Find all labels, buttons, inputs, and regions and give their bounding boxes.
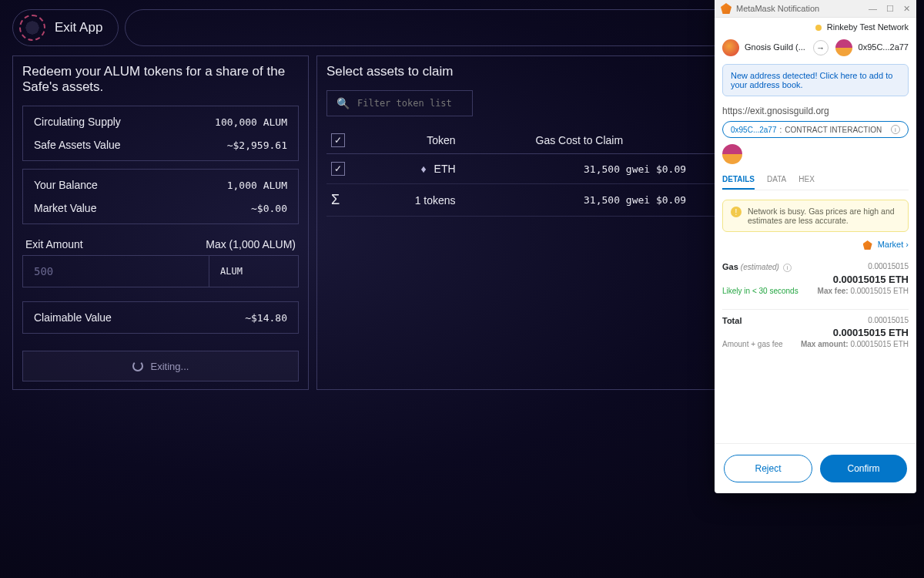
warning-icon: ! — [731, 207, 742, 217]
reject-button[interactable]: Reject — [724, 455, 812, 482]
balance-box: Your Balance 1,000 ALUM Market Value ~$0… — [22, 169, 299, 224]
filter-box: 🔍 — [326, 90, 473, 116]
tab-hex[interactable]: HEX — [798, 170, 815, 190]
app-title: Exit App — [55, 20, 102, 35]
total-sub: Amount + gas fee — [722, 340, 783, 348]
contract-address: 0x95C...2a77 — [731, 126, 777, 134]
mm-info-banner[interactable]: New address detected! Click here to add … — [722, 64, 909, 96]
exit-amount-input-wrap: ALUM — [22, 255, 299, 287]
exit-app-brand[interactable]: Exit App — [12, 9, 119, 46]
balance-value: 1,000 ALUM — [227, 180, 287, 191]
mm-origin-url: https://exit.gnosisguild.org — [722, 106, 909, 116]
total-small: 0.00015015 — [868, 316, 909, 325]
circ-supply-value: 100,000 ALUM — [215, 116, 287, 128]
exit-amount-max[interactable]: Max (1,000 ALUM) — [206, 238, 296, 250]
exit-button[interactable]: Exiting... — [22, 351, 299, 381]
sum-tokens: 1 tokens — [353, 184, 468, 217]
mm-actions: Reject Confirm — [715, 443, 916, 493]
tab-details[interactable]: DETAILS — [722, 170, 755, 190]
gas-estimated: (estimated) — [741, 263, 779, 271]
window-close-icon[interactable]: ✕ — [903, 4, 910, 14]
redeem-title: Redeem your ALUM tokens for a share of t… — [22, 64, 299, 95]
metamask-popup: MetaMask Notification — ☐ ✕ Rinkeby Test… — [715, 0, 916, 493]
mm-tabs: DETAILS DATA HEX — [722, 170, 909, 190]
tab-data[interactable]: DATA — [767, 170, 786, 190]
safe-assets-value: ~$2,959.61 — [227, 139, 287, 151]
gas-amount-small: 0.00015015 — [868, 262, 909, 272]
window-minimize-icon[interactable]: — — [869, 4, 877, 14]
eth-icon: ♦ — [421, 163, 427, 175]
circ-supply-label: Circulating Supply — [34, 116, 121, 128]
exit-amount-label: Exit Amount — [25, 238, 83, 250]
supply-box: Circulating Supply 100,000 ALUM Safe Ass… — [22, 106, 299, 161]
safe-assets-label: Safe Assets Value — [34, 139, 121, 151]
info-icon[interactable]: i — [891, 125, 900, 134]
market-label: Market Value — [34, 202, 96, 214]
balance-label: Your Balance — [34, 179, 98, 191]
total-big: 0.00015015 ETH — [833, 327, 909, 338]
sum-gas: 31,500 gwei $0.09 — [468, 184, 691, 217]
gas-likely: Likely in < 30 seconds — [722, 287, 798, 295]
window-maximize-icon[interactable]: ☐ — [886, 4, 894, 14]
gas-label: Gas — [722, 262, 738, 271]
gas-section: Gas (estimated) i 0.00015015 0.00015015 … — [722, 256, 909, 303]
chevron-right-icon: › — [906, 240, 909, 249]
search-icon: 🔍 — [336, 97, 350, 109]
warning-text: Network is busy. Gas prices are high and… — [748, 207, 900, 225]
redeem-panel: Redeem your ALUM tokens for a share of t… — [12, 55, 309, 390]
mm-warning: ! Network is busy. Gas prices are high a… — [722, 200, 909, 232]
claimable-label: Claimable Value — [34, 311, 112, 324]
col-gas[interactable]: Gas Cost to Claim — [468, 127, 691, 154]
sigma-icon: Σ — [331, 192, 340, 207]
mm-network[interactable]: Rinkeby Test Network — [715, 18, 916, 36]
select-all-checkbox[interactable]: ✓ — [331, 133, 345, 147]
from-name: Gnosis Guild (... — [745, 42, 805, 52]
claimable-value: ~$14.80 — [245, 312, 287, 324]
mm-accounts: Gnosis Guild (... → 0x95C...2a77 — [715, 36, 916, 64]
maxamt-label: Max amount: — [801, 340, 849, 348]
to-address: 0x95C...2a77 — [859, 42, 909, 52]
to-avatar-icon — [835, 39, 852, 56]
filter-input[interactable] — [357, 98, 475, 109]
row-checkbox[interactable]: ✓ — [331, 162, 345, 176]
mm-titlebar: MetaMask Notification — ☐ ✕ — [715, 0, 916, 18]
arrow-right-icon: → — [813, 40, 829, 55]
market-link[interactable]: Market › — [722, 240, 909, 250]
metamask-fox-icon — [721, 3, 732, 14]
info-icon[interactable]: i — [783, 264, 792, 272]
spinner-icon — [132, 361, 143, 371]
mm-contract-pill[interactable]: 0x95C...2a77 : CONTRACT INTERACTION i — [722, 121, 909, 138]
maxfee-value: 0.00015015 ETH — [850, 287, 909, 295]
maxamt-value: 0.00015015 ETH — [850, 340, 909, 348]
contract-avatar-icon — [722, 144, 742, 164]
total-section: Total 0.00015015 0.00015015 ETH Amount +… — [722, 309, 909, 356]
gas-amount-big: 0.00015015 ETH — [833, 274, 909, 285]
network-dot-icon — [815, 25, 822, 31]
from-avatar-icon — [722, 39, 739, 56]
confirm-button[interactable]: Confirm — [820, 455, 907, 482]
market-value: ~$0.00 — [251, 203, 287, 214]
claimable-box: Claimable Value ~$14.80 — [22, 301, 299, 334]
contract-label: CONTRACT INTERACTION — [785, 126, 882, 134]
maxfee-label: Max fee: — [818, 287, 849, 295]
col-token[interactable]: Token — [353, 127, 468, 154]
token-symbol: ETH — [434, 163, 456, 175]
app-logo-icon — [19, 15, 45, 41]
mm-window-title: MetaMask Notification — [736, 4, 819, 13]
fox-small-icon — [863, 240, 872, 250]
exit-amount-unit: ALUM — [209, 256, 298, 287]
total-label: Total — [722, 316, 742, 325]
gas-value: 31,500 gwei $0.09 — [468, 154, 691, 184]
exit-amount-input[interactable] — [23, 256, 209, 287]
exit-button-label: Exiting... — [151, 361, 189, 372]
